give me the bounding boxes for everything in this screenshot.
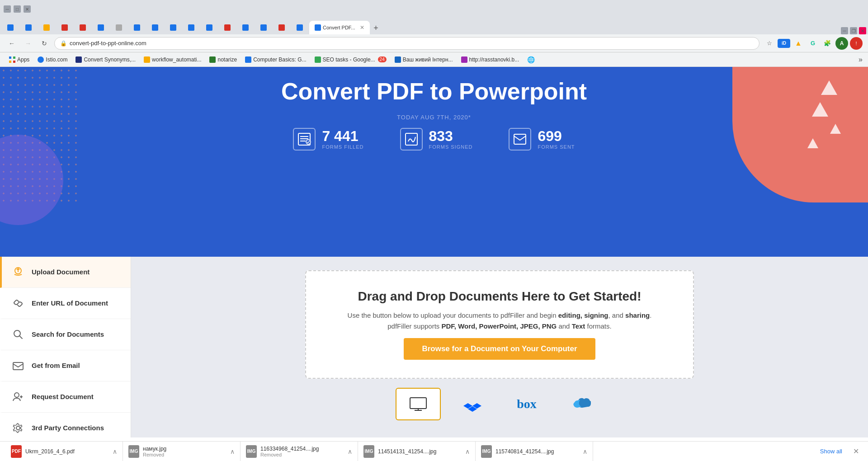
bookmark-convert[interactable]: Convert Synonyms,...: [72, 56, 139, 64]
bookmark-workflow[interactable]: workflow_automati...: [140, 56, 205, 64]
sidebar-item-thirdparty[interactable]: 3rd Party Connections: [0, 413, 131, 441]
chevron-up-icon[interactable]: ∧: [348, 448, 352, 455]
browse-button[interactable]: Browse for a Document on Your Computer: [404, 338, 595, 360]
forms-sent-label: FORMS SENT: [538, 144, 575, 150]
adblock-button[interactable]: ▲: [792, 37, 805, 50]
new-tab-button[interactable]: +: [370, 22, 382, 34]
chevron-up-icon[interactable]: ∧: [583, 448, 587, 455]
tab-14[interactable]: [237, 21, 255, 34]
tab-15[interactable]: [255, 21, 273, 34]
close-download-bar-button[interactable]: ✕: [849, 447, 863, 456]
stat-forms-sent: 699 FORMS SENT: [509, 128, 575, 151]
tab-10[interactable]: [165, 21, 183, 34]
bookmark-label: Ваш живий Інтерн...: [403, 56, 453, 63]
reload-button[interactable]: ↻: [38, 37, 51, 50]
restore-btn-right[interactable]: ❐: [850, 27, 857, 34]
tab-13[interactable]: [219, 21, 237, 34]
hero-stats: 7 441 FORMS FILLED 833 FORMS SIGNED: [293, 128, 575, 151]
download-item-3: IMG 114514131_41254....jpg ∧: [358, 442, 476, 461]
upload-icon: [11, 265, 25, 279]
tab-7[interactable]: [110, 21, 128, 34]
sidebar-url-label: Enter URL of Document: [32, 299, 108, 308]
sidebar: Upload Document Enter URL of Document: [0, 257, 131, 437]
bookmarks-more[interactable]: »: [859, 56, 863, 64]
svg-rect-3: [13, 61, 15, 63]
sidebar-item-email[interactable]: Get from Email: [0, 350, 131, 381]
tab-active[interactable]: Convert PDF... ✕: [309, 21, 370, 34]
tab-9[interactable]: [146, 21, 165, 34]
onedrive-button[interactable]: [558, 388, 604, 420]
bookmark-computer[interactable]: Computer Basics: G...: [241, 56, 310, 64]
chevron-up-icon[interactable]: ∧: [113, 448, 117, 455]
apps-label: Apps: [17, 56, 29, 63]
bookmark-rasstanovki[interactable]: http://rasstanovki.b...: [458, 56, 523, 64]
tab-1[interactable]: [2, 21, 20, 34]
tab-17[interactable]: [291, 21, 309, 34]
back-button[interactable]: ←: [5, 37, 18, 50]
star-button[interactable]: ☆: [763, 37, 776, 50]
tab-11[interactable]: [183, 21, 201, 34]
tab-2[interactable]: [20, 21, 38, 34]
dropbox-button[interactable]: [450, 388, 495, 420]
profile-button[interactable]: A: [835, 37, 848, 50]
forms-signed-icon: [400, 128, 423, 151]
apps-bookmark[interactable]: Apps: [5, 56, 33, 64]
minimize-button[interactable]: ─: [4, 5, 11, 13]
download-name: 115740814_41254....jpg: [495, 448, 579, 455]
bookmark-label: workflow_automati...: [152, 56, 201, 63]
sidebar-item-url[interactable]: Enter URL of Document: [0, 288, 131, 319]
tab-3[interactable]: [38, 21, 56, 34]
pdf-icon: PDF: [11, 445, 22, 458]
dropzone-title: Drag and Drop Documents Here to Get Star…: [358, 289, 642, 304]
close-button[interactable]: ✕: [24, 5, 31, 13]
cloud-storage-icons: box: [396, 388, 604, 420]
deco-pink: [732, 67, 868, 202]
tab-4[interactable]: [56, 21, 74, 34]
dropzone[interactable]: Drag and Drop Documents Here to Get Star…: [305, 270, 694, 379]
bookmark-seo[interactable]: SEO tasks - Google... 24: [311, 56, 390, 64]
tab-12[interactable]: [201, 21, 219, 34]
bookmark-label: Convert Synonyms,...: [84, 56, 136, 63]
chevron-up-icon[interactable]: ∧: [230, 448, 235, 455]
svg-rect-21: [410, 398, 426, 409]
minimize-btn-right[interactable]: ─: [841, 27, 848, 34]
idp-button[interactable]: iD: [778, 39, 790, 48]
box-button[interactable]: box: [504, 388, 549, 420]
download-item-0: PDF Ukrm_2016_4_6.pdf ∧: [5, 442, 123, 461]
title-bar: ─ □ ✕: [0, 0, 868, 18]
svg-rect-0: [9, 56, 11, 59]
address-bar[interactable]: 🔒 convert-pdf-to-ppt-online.com: [54, 37, 760, 50]
sidebar-item-request[interactable]: Request Document: [0, 381, 131, 413]
bookmark-label: SEO tasks - Google...: [323, 56, 375, 63]
tab-close-icon[interactable]: ✕: [357, 24, 364, 31]
bookmark-globe[interactable]: 🌐: [524, 55, 538, 64]
bookmark-label: Istio.com: [46, 56, 67, 63]
sidebar-thirdparty-label: 3rd Party Connections: [32, 423, 104, 433]
sidebar-item-search[interactable]: Search for Documents: [0, 319, 131, 350]
notification-button[interactable]: !: [850, 37, 863, 50]
tab-6[interactable]: [92, 21, 110, 34]
close-btn-right[interactable]: ✕: [859, 27, 866, 34]
bookmark-label: notarize: [217, 56, 237, 63]
hero-title: Convert PDF to Powerpoint: [281, 78, 587, 105]
maximize-button[interactable]: □: [14, 5, 21, 13]
bookmark-vash[interactable]: Ваш живий Інтерн...: [391, 56, 457, 64]
tab-5[interactable]: [74, 21, 92, 34]
tab-16[interactable]: [273, 21, 291, 34]
img-icon: IMG: [128, 445, 139, 458]
bookmark-notarize[interactable]: notarize: [206, 56, 241, 64]
grammarly-button[interactable]: G: [807, 37, 819, 50]
download-item-1: IMG намук.jpg Removed ∧: [123, 442, 241, 461]
chevron-up-icon[interactable]: ∧: [465, 448, 470, 455]
bookmarks-bar: Apps Istio.com Convert Synonyms,... work…: [0, 52, 868, 67]
svg-point-20: [16, 426, 20, 430]
tab-8[interactable]: [128, 21, 146, 34]
bookmark-istio[interactable]: Istio.com: [34, 56, 71, 64]
forward-button[interactable]: →: [22, 37, 34, 50]
download-status: Removed: [260, 452, 344, 457]
computer-storage-button[interactable]: [396, 388, 441, 420]
show-all-button[interactable]: Show all: [813, 448, 849, 455]
sidebar-item-upload[interactable]: Upload Document: [0, 257, 131, 288]
extensions-button[interactable]: 🧩: [821, 37, 834, 50]
search-icon: [11, 327, 25, 342]
